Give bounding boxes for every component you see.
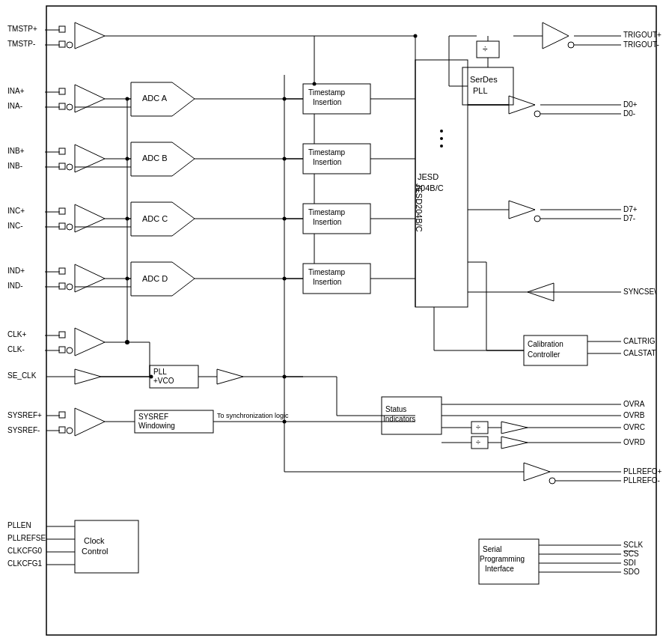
svg-text:TMSTP-: TMSTP- bbox=[7, 40, 35, 48]
svg-text:Insertion: Insertion bbox=[313, 158, 341, 166]
svg-text:CLKCFG0: CLKCFG0 bbox=[7, 547, 43, 555]
svg-rect-39 bbox=[59, 223, 65, 229]
svg-marker-29 bbox=[75, 145, 105, 172]
svg-text:TMSTP+: TMSTP+ bbox=[7, 25, 37, 33]
svg-text:Interface: Interface bbox=[485, 565, 514, 573]
svg-text:PLLEN: PLLEN bbox=[7, 521, 31, 529]
svg-text:SYSREF+: SYSREF+ bbox=[7, 411, 42, 419]
svg-text:Serial: Serial bbox=[483, 545, 502, 553]
svg-rect-63 bbox=[59, 347, 65, 353]
svg-rect-50 bbox=[59, 268, 65, 274]
svg-rect-14 bbox=[59, 88, 65, 94]
svg-text:To synchronization logic: To synchronization logic bbox=[217, 412, 289, 419]
svg-point-52 bbox=[67, 284, 73, 290]
svg-text:IND-: IND- bbox=[7, 282, 23, 290]
svg-text:+VCO: +VCO bbox=[153, 377, 174, 385]
svg-point-148 bbox=[568, 42, 574, 48]
svg-point-248 bbox=[283, 277, 287, 281]
svg-text:SDO: SDO bbox=[623, 568, 640, 576]
svg-text:Timestamp: Timestamp bbox=[308, 268, 346, 276]
svg-point-260 bbox=[283, 420, 287, 424]
svg-text:Timestamp: Timestamp bbox=[308, 208, 346, 216]
svg-point-246 bbox=[283, 157, 287, 161]
svg-text:CALSTAT: CALSTAT bbox=[623, 349, 656, 357]
svg-text:TRIGOUT-: TRIGOUT- bbox=[623, 40, 659, 49]
svg-text:PLLREFSE: PLLREFSE bbox=[7, 534, 46, 542]
svg-text:Clock: Clock bbox=[84, 536, 105, 545]
svg-text:Calibration: Calibration bbox=[528, 340, 563, 348]
svg-marker-79 bbox=[75, 369, 101, 384]
diagram-container: TMSTP+ TMSTP- INA+ INA- ADC A INB+ INB- … bbox=[0, 0, 666, 644]
svg-point-166 bbox=[534, 111, 540, 117]
svg-text:SYSREF: SYSREF bbox=[138, 413, 168, 421]
svg-rect-143 bbox=[477, 41, 499, 58]
svg-rect-62 bbox=[59, 332, 65, 338]
svg-text:Programming: Programming bbox=[480, 555, 525, 563]
svg-point-249 bbox=[283, 375, 287, 379]
svg-text:ADC C: ADC C bbox=[142, 214, 168, 223]
svg-text:Insertion: Insertion bbox=[313, 278, 341, 286]
svg-text:Insertion: Insertion bbox=[313, 218, 341, 226]
svg-text:SYNCSE\: SYNCSE\ bbox=[623, 288, 656, 296]
svg-text:Timestamp: Timestamp bbox=[308, 88, 346, 97]
svg-text:÷: ÷ bbox=[483, 44, 488, 55]
svg-marker-89 bbox=[75, 408, 105, 436]
svg-text:Status: Status bbox=[385, 405, 406, 413]
svg-text:÷: ÷ bbox=[476, 437, 480, 446]
svg-text:CLK+: CLK+ bbox=[7, 330, 26, 338]
svg-marker-111 bbox=[217, 369, 243, 384]
svg-text:ADC D: ADC D bbox=[142, 274, 168, 283]
svg-text:INA+: INA+ bbox=[7, 87, 25, 95]
svg-text:JESD: JESD bbox=[418, 172, 439, 181]
svg-point-173 bbox=[534, 216, 540, 222]
svg-rect-15 bbox=[59, 103, 65, 109]
svg-point-218 bbox=[549, 478, 555, 484]
svg-point-163 bbox=[440, 145, 443, 148]
svg-text:CLKCFG1: CLKCFG1 bbox=[7, 559, 43, 568]
svg-text:OVRD: OVRD bbox=[623, 438, 645, 446]
svg-text:PLLREFO-: PLLREFO- bbox=[623, 476, 660, 484]
svg-text:INC+: INC+ bbox=[7, 207, 25, 215]
svg-text:INA-: INA- bbox=[7, 102, 22, 110]
svg-rect-87 bbox=[59, 427, 65, 433]
svg-marker-204 bbox=[501, 422, 528, 434]
svg-text:CALTRIG: CALTRIG bbox=[623, 337, 656, 345]
svg-rect-86 bbox=[59, 412, 65, 418]
svg-text:SDI: SDI bbox=[623, 559, 636, 567]
svg-rect-140 bbox=[462, 67, 513, 105]
svg-rect-5 bbox=[59, 26, 65, 32]
svg-marker-17 bbox=[75, 85, 105, 112]
svg-text:OVRA: OVRA bbox=[623, 400, 645, 408]
svg-rect-6 bbox=[59, 41, 65, 47]
svg-point-139 bbox=[313, 82, 317, 86]
svg-marker-211 bbox=[501, 437, 528, 449]
svg-point-7 bbox=[67, 42, 73, 48]
svg-text:Insertion: Insertion bbox=[313, 98, 341, 106]
svg-text:SYSREF-: SYSREF- bbox=[7, 426, 40, 434]
svg-point-162 bbox=[440, 137, 443, 140]
svg-text:PLL: PLL bbox=[153, 368, 167, 376]
svg-text:204B/C: 204B/C bbox=[416, 183, 444, 192]
svg-point-76 bbox=[126, 277, 129, 281]
svg-text:IND+: IND+ bbox=[7, 267, 25, 275]
svg-text:Controller: Controller bbox=[528, 350, 560, 359]
svg-text:OVRC: OVRC bbox=[623, 423, 645, 431]
svg-point-161 bbox=[440, 130, 443, 133]
svg-text:PLL: PLL bbox=[473, 86, 488, 95]
svg-text:INB+: INB+ bbox=[7, 147, 25, 155]
svg-text:OVRB: OVRB bbox=[623, 411, 645, 419]
svg-point-247 bbox=[283, 217, 287, 221]
svg-rect-38 bbox=[59, 208, 65, 214]
svg-text:INC-: INC- bbox=[7, 222, 23, 230]
svg-marker-147 bbox=[543, 22, 569, 49]
svg-rect-0 bbox=[46, 6, 656, 635]
svg-text:INB-: INB- bbox=[7, 162, 22, 170]
svg-marker-41 bbox=[75, 204, 105, 232]
svg-text:D7+: D7+ bbox=[623, 205, 638, 213]
svg-rect-27 bbox=[59, 163, 65, 169]
svg-point-28 bbox=[67, 164, 73, 170]
svg-text:÷: ÷ bbox=[476, 422, 480, 431]
svg-text:Timestamp: Timestamp bbox=[308, 148, 346, 157]
svg-text:SerDes: SerDes bbox=[470, 75, 498, 84]
svg-marker-65 bbox=[75, 328, 105, 356]
